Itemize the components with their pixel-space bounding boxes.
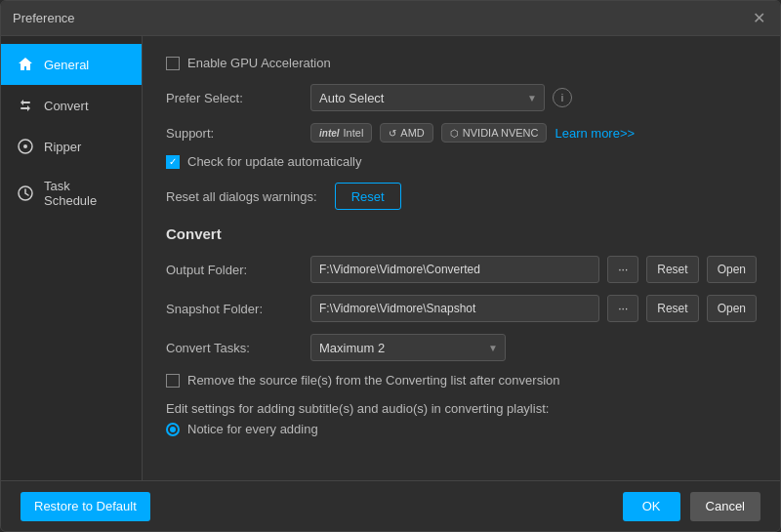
notice-radio[interactable] [166,423,180,436]
sidebar-label-ripper: Ripper [44,140,81,154]
output-folder-row: Output Folder: ··· Reset Open [166,256,757,283]
clock-icon [17,184,34,202]
remove-source-checkbox[interactable] [166,374,180,388]
titlebar: Preference ✕ [1,1,780,36]
close-button[interactable]: ✕ [749,9,768,28]
cancel-button[interactable]: Cancel [690,492,760,521]
footer-right-buttons: OK Cancel [623,492,760,521]
prefer-select-wrapper: Auto Select ▼ [310,84,545,111]
check-update-row: Check for update automatically [166,154,757,169]
convert-tasks-dropdown[interactable]: Maximum 2 Maximum 1 Maximum 3 Maximum 4 [310,334,506,361]
snapshot-folder-reset-button[interactable]: Reset [646,295,698,322]
convert-section: Convert Output Folder: ··· Reset Open Sn… [166,225,757,436]
preference-window: Preference ✕ General C [0,0,781,532]
amd-badge: ↺ AMD [380,123,432,143]
convert-heading: Convert [166,225,757,242]
main-panel: Enable GPU Acceleration Prefer Select: A… [143,36,780,480]
snapshot-folder-input[interactable] [310,295,599,322]
support-label: Support: [166,126,303,141]
support-badges: intel Intel ↺ AMD ⬡ NVIDIA NVENC Learn m… [310,123,635,143]
check-update-label: Check for update automatically [187,154,361,169]
prefer-select-dropdown[interactable]: Auto Select [310,84,545,111]
output-folder-open-button[interactable]: Open [707,256,757,283]
gpu-acceleration-row: Enable GPU Acceleration [166,56,757,70]
ok-button[interactable]: OK [623,492,680,521]
amd-icon: ↺ [389,128,396,139]
nvidia-icon: ⬡ [450,128,459,139]
convert-tasks-label: Convert Tasks: [166,341,303,355]
convert-icon [17,97,34,114]
notice-row: Notice for every adding [166,422,757,436]
sidebar-item-ripper[interactable]: Ripper [1,126,142,167]
snapshot-folder-row: Snapshot Folder: ··· Reset Open [166,295,757,322]
snapshot-folder-dots-button[interactable]: ··· [607,295,638,322]
intel-icon: intel [319,128,340,139]
prefer-select-label: Prefer Select: [166,91,303,105]
output-folder-dots-button[interactable]: ··· [607,256,638,283]
gpu-acceleration-label: Enable GPU Acceleration [187,56,331,70]
sidebar-item-general[interactable]: General [1,44,142,85]
output-folder-reset-button[interactable]: Reset [646,256,698,283]
sidebar: General Convert Ripper [1,36,143,480]
output-folder-input[interactable] [310,256,599,283]
restore-default-button[interactable]: Restore to Default [21,492,150,521]
sidebar-item-task-schedule[interactable]: Task Schedule [1,167,142,220]
sidebar-label-general: General [44,58,89,72]
remove-source-label: Remove the source file(s) from the Conve… [187,373,560,388]
svg-point-1 [23,144,27,148]
home-icon [17,56,34,73]
output-folder-label: Output Folder: [166,263,303,277]
snapshot-folder-open-button[interactable]: Open [707,295,757,322]
learn-more-link[interactable]: Learn more>> [555,126,635,141]
convert-tasks-row: Convert Tasks: Maximum 2 Maximum 1 Maxim… [166,334,757,361]
content-area: General Convert Ripper [1,36,780,480]
reset-dialogs-button[interactable]: Reset [335,183,401,210]
footer: Restore to Default OK Cancel [1,480,780,531]
sidebar-item-convert[interactable]: Convert [1,85,142,126]
convert-tasks-wrapper: Maximum 2 Maximum 1 Maximum 3 Maximum 4 … [310,334,506,361]
sidebar-label-task-schedule: Task Schedule [44,179,126,208]
info-icon[interactable]: i [553,88,572,107]
snapshot-folder-label: Snapshot Folder: [166,302,303,316]
gpu-acceleration-checkbox[interactable] [166,57,180,70]
check-update-checkbox[interactable] [166,155,180,169]
window-title: Preference [13,11,75,25]
edit-settings-label: Edit settings for adding subtitle(s) and… [166,401,549,416]
reset-dialogs-label: Reset all dialogs warnings: [166,189,317,204]
intel-badge: intel Intel [310,123,372,143]
disc-icon [17,138,34,155]
edit-settings-row: Edit settings for adding subtitle(s) and… [166,401,757,416]
support-row: Support: intel Intel ↺ AMD ⬡ NVIDIA NVEN… [166,123,757,143]
prefer-select-row: Prefer Select: Auto Select ▼ i [166,84,757,111]
notice-label: Notice for every adding [187,422,318,436]
nvidia-badge: ⬡ NVIDIA NVENC [441,123,548,143]
reset-dialogs-row: Reset all dialogs warnings: Reset [166,183,757,210]
sidebar-label-convert: Convert [44,99,89,113]
remove-source-row: Remove the source file(s) from the Conve… [166,373,757,388]
